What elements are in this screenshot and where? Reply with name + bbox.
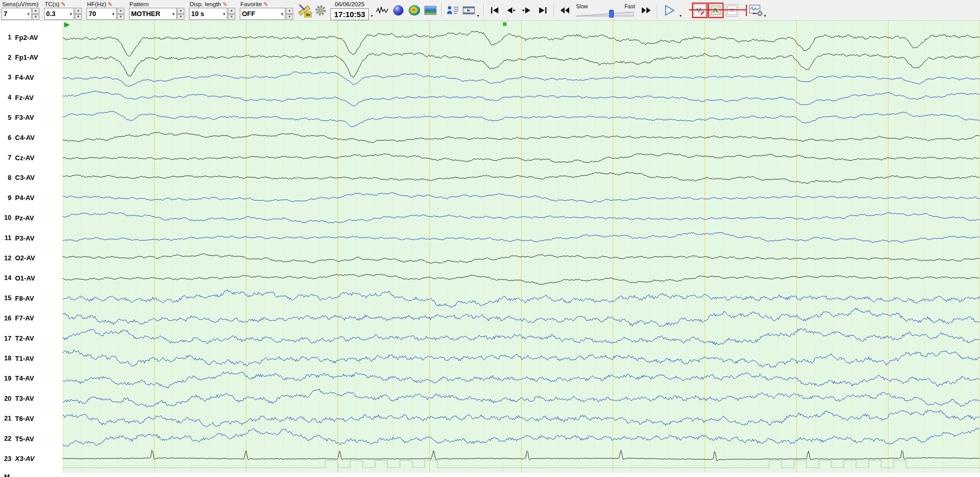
eeg-traces: [63, 21, 980, 473]
sens-spin-up[interactable]: ▲: [32, 8, 39, 14]
chevron-down-icon[interactable]: ▾: [764, 13, 766, 18]
pattern-blank-button[interactable]: [726, 4, 738, 17]
disp-select[interactable]: 10 s▾: [189, 8, 227, 20]
channel-label-C4-AV[interactable]: 6C4-AV: [0, 133, 63, 143]
eeg-trace-area[interactable]: [63, 21, 980, 473]
channel-label-F7-AV[interactable]: 16F7-AV: [0, 314, 63, 323]
measure-value-label: 50: [306, 12, 310, 17]
channel-label-T1-AV[interactable]: 18T1-AV: [0, 354, 63, 363]
waveform-icon: [376, 6, 388, 15]
hf-spin-up[interactable]: ▲: [117, 8, 124, 14]
jump-end-icon: [538, 6, 548, 15]
pattern-edit-button[interactable]: [694, 4, 706, 17]
channel-label-Fz-AV[interactable]: 4Fz-AV: [0, 93, 63, 102]
montage-settings-button[interactable]: [748, 3, 763, 18]
channel-label-T5-AV[interactable]: 22T5-AV: [0, 434, 63, 443]
ruler-pencil-icon: 50: [297, 3, 312, 18]
disp-spin-down[interactable]: ▼: [228, 14, 235, 20]
channel-label-T6-AV[interactable]: 21T6-AV: [0, 414, 63, 423]
tc-spin-down[interactable]: ▼: [75, 14, 82, 20]
measure-tool-button[interactable]: 50: [297, 3, 312, 18]
trend-graph-button[interactable]: [423, 3, 438, 18]
chevron-down-icon[interactable]: ▾: [371, 13, 373, 18]
channel-label-F4-AV[interactable]: 3F4-AV: [0, 73, 63, 82]
chevron-down-icon[interactable]: ▾: [680, 13, 682, 18]
slider-handle[interactable]: [609, 10, 614, 18]
edit-pencil-icon[interactable]: ✎: [108, 2, 112, 7]
control-pattern: PatternMOTHER▾▲▼: [129, 1, 184, 20]
jump-start-button[interactable]: [487, 3, 502, 18]
video-button[interactable]: [462, 3, 476, 18]
channel-label-Fp2-AV[interactable]: 1Fp2-AV: [0, 33, 63, 42]
datetime-display: 06/06/2025 17:10:53: [330, 1, 369, 20]
toolbar: Sens(uV/mm)7▾▲▼TC(s)✎0.3▾▲▼HF(Hz)✎70▾▲▼P…: [0, 0, 980, 21]
channel-label-C3-AV[interactable]: 8C3-AV: [0, 173, 63, 183]
jump-end-button[interactable]: [536, 3, 550, 18]
record-start-marker: [64, 22, 70, 27]
waveform-display-button[interactable]: [375, 3, 390, 18]
fast-forward-button[interactable]: [639, 3, 653, 18]
chevron-down-icon: ▾: [172, 11, 175, 17]
hf-select[interactable]: 70▾: [87, 8, 117, 20]
jump-start-icon: [489, 6, 500, 15]
channel-label-X3-AV[interactable]: 23X3-AV: [0, 454, 63, 464]
favorite-spin-down[interactable]: ▼: [286, 14, 293, 20]
channel-label-O2-AV[interactable]: 12O2-AV: [0, 254, 63, 263]
montage-quick-buttons: [692, 3, 740, 18]
sens-spin-down[interactable]: ▼: [32, 14, 39, 20]
slider-fast-label: Fast: [625, 3, 635, 10]
list-lines-icon: [727, 6, 737, 15]
settings-gear-button[interactable]: [313, 3, 328, 18]
edit-pencil-icon[interactable]: ✎: [264, 2, 268, 7]
chevron-down-icon[interactable]: ▾: [477, 13, 479, 18]
control-tc: TC(s)✎0.3▾▲▼: [44, 1, 82, 20]
control-label: Favorite✎: [240, 1, 293, 8]
patient-list-icon: [446, 5, 459, 16]
favorite-spin-up[interactable]: ▲: [286, 8, 293, 14]
channel-label-O1-AV[interactable]: 14O1-AV: [0, 273, 63, 283]
slider-wedge: [576, 11, 634, 17]
control-favorite: Favorite✎OFF▾▲▼: [240, 1, 293, 20]
control-disp: Disp. length✎10 s▾▲▼: [189, 1, 235, 20]
rainbow-map-icon: [408, 5, 421, 16]
pattern-waveform-icon: [695, 6, 704, 15]
fast-forward-icon: [640, 6, 652, 15]
patient-info-button[interactable]: [445, 3, 460, 18]
channel-label-Cz-AV[interactable]: 7Cz-AV: [0, 153, 63, 162]
speed-slider[interactable]: Slow Fast: [575, 3, 636, 18]
channel-label-T3-AV[interactable]: 20T3-AV: [0, 394, 63, 403]
time-display: 17:10:53: [330, 8, 369, 20]
channel-label-T2-AV[interactable]: 17T2-AV: [0, 334, 63, 343]
channel-label-Fp1-AV[interactable]: 2Fp1-AV: [0, 53, 63, 62]
channel-label-Pz-AV[interactable]: 10Pz-AV: [0, 213, 63, 222]
pattern-green-button[interactable]: [710, 4, 722, 17]
control-label: Disp. length✎: [189, 1, 235, 8]
channel-label-P4-AV[interactable]: 9P4-AV: [0, 193, 63, 203]
disp-spin-up[interactable]: ▲: [228, 8, 235, 14]
favorite-select[interactable]: OFF▾: [240, 8, 285, 20]
step-forward-button[interactable]: [520, 3, 534, 18]
rewind-button[interactable]: [558, 3, 572, 18]
pattern-spin-up[interactable]: ▲: [177, 8, 184, 14]
channel-label-F3-AV[interactable]: 5F3-AV: [0, 113, 63, 122]
tc-select[interactable]: 0.3▾: [44, 8, 74, 20]
edit-pencil-icon[interactable]: ✎: [61, 2, 66, 7]
step-back-button[interactable]: [503, 3, 518, 18]
spectral-map-button[interactable]: [407, 3, 422, 18]
edit-pencil-icon[interactable]: ✎: [223, 2, 227, 7]
filter-controls: Sens(uV/mm)7▾▲▼TC(s)✎0.3▾▲▼HF(Hz)✎70▾▲▼P…: [2, 1, 293, 20]
chevron-down-icon: ▾: [27, 11, 30, 17]
channel-label-P3-AV[interactable]: 11P3-AV: [0, 233, 63, 243]
channel-label-T4-AV[interactable]: 19T4-AV: [0, 374, 63, 383]
tc-spin-up[interactable]: ▲: [75, 8, 82, 14]
rewind-icon: [559, 6, 571, 15]
chevron-down-icon: ▾: [69, 11, 72, 17]
sens-select[interactable]: 7▾: [2, 8, 32, 20]
pattern-select[interactable]: MOTHER▾: [129, 8, 177, 20]
topo-map-button[interactable]: [391, 3, 406, 18]
pattern-spin-down[interactable]: ▼: [177, 14, 184, 20]
hf-spin-down[interactable]: ▼: [117, 14, 124, 20]
channel-label-F8-AV[interactable]: 15F8-AV: [0, 293, 63, 303]
channel-label-column: 1Fp2-AV2Fp1-AV3F4-AV4Fz-AV5F3-AV6C4-AV7C…: [0, 21, 63, 473]
play-button[interactable]: [661, 3, 679, 18]
